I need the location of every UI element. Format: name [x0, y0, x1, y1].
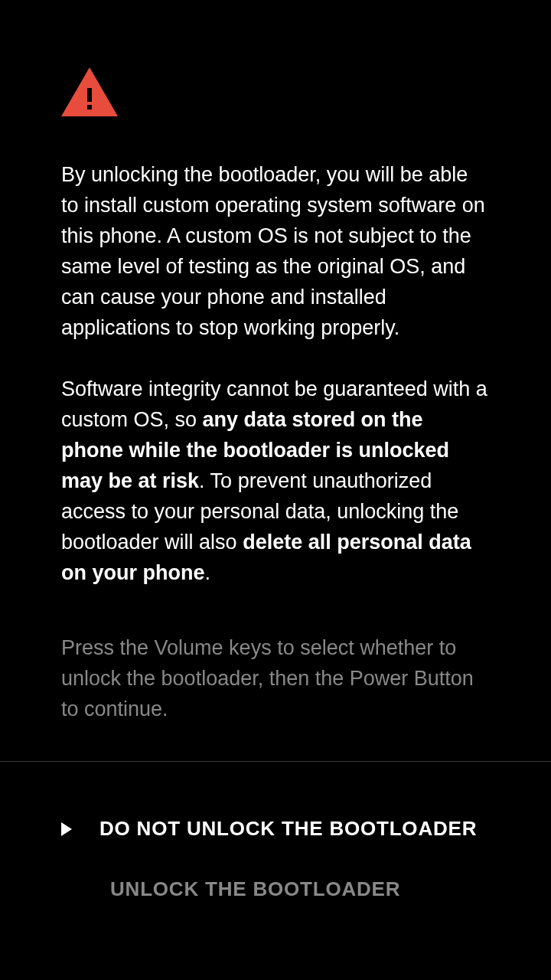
selection-arrow-icon [61, 822, 99, 836]
option-do-not-unlock-label: DO NOT UNLOCK THE BOOTLOADER [99, 817, 477, 841]
svg-rect-1 [87, 88, 92, 102]
svg-rect-2 [87, 105, 92, 109]
svg-marker-3 [61, 822, 72, 836]
option-do-not-unlock[interactable]: DO NOT UNLOCK THE BOOTLOADER [61, 817, 490, 841]
option-unlock[interactable]: UNLOCK THE BOOTLOADER [61, 877, 490, 901]
options-menu: DO NOT UNLOCK THE BOOTLOADER UNLOCK THE … [0, 762, 551, 901]
warning-paragraph-1: By unlocking the bootloader, you will be… [61, 159, 490, 343]
paragraph2-suffix: . [204, 561, 210, 584]
instructions-text: Press the Volume keys to select whether … [61, 632, 490, 724]
warning-triangle-icon [61, 67, 490, 116]
option-unlock-label: UNLOCK THE BOOTLOADER [110, 877, 400, 901]
warning-paragraph-2: Software integrity cannot be guaranteed … [61, 374, 490, 588]
warning-content: By unlocking the bootloader, you will be… [0, 0, 551, 724]
